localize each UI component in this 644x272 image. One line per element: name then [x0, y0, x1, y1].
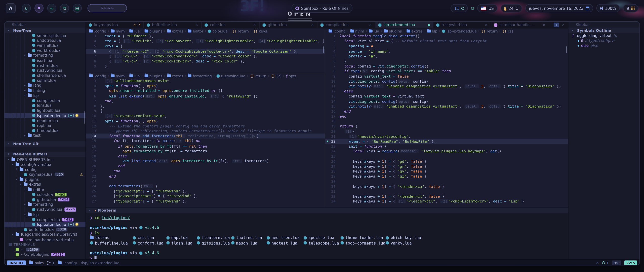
tree-row[interactable]: rustywind.lua [5, 68, 86, 73]
code-line[interactable]: 4 source = "if_many", [325, 49, 568, 54]
code-line[interactable]: 7 { [1]"<S-C>", [2]"<cmd>CccConvert<cr>"… [86, 54, 325, 59]
code-line[interactable]: 8 if type(v: config.virtual_text) == "ta… [325, 69, 568, 74]
code-line[interactable]: 6 } [325, 59, 568, 64]
scrollbar-handle[interactable] [566, 46, 567, 53]
tree-row[interactable]: ▾Juegos/Indies/SteamLibrary/st [5, 232, 86, 237]
tree-row[interactable]: timeout.lua [5, 128, 86, 133]
code-line[interactable]: 31 keys[#keys + 1] = { "<leader>ca", fal… [325, 184, 568, 189]
code-line[interactable]: 3 [1]"williamboman/mason.nvim", [86, 79, 325, 84]
close-icon[interactable]: × [253, 23, 256, 27]
tab-compiler.lua[interactable]: compiler.lua× [317, 22, 375, 28]
code-line[interactable]: 34 keys[#keys + 1] = { [1]"<leader>cil",… [325, 199, 568, 204]
code-line[interactable]: 14 local function add_formatters(tbl :ta… [86, 133, 325, 139]
code-line[interactable]: 26 ["javascriptreact"] = { "rustywind" }… [86, 194, 325, 199]
tab-rustywind.lua[interactable]: rustywind.lua× [433, 22, 491, 28]
close-icon[interactable]: × [542, 23, 546, 27]
close-icon[interactable]: × [311, 23, 314, 27]
volume-widget[interactable]: 100% [596, 4, 620, 12]
code-line[interactable]: 9{ [86, 109, 325, 114]
tree-row[interactable]: ▾extras [5, 182, 86, 187]
tab-keymaps.lua[interactable]: keymaps.lua⚠3 [86, 22, 144, 28]
code-line[interactable]: 19return { [325, 124, 568, 129]
code-line[interactable]: 7 end, [86, 98, 325, 104]
code-line[interactable]: 1local function toggle_diag_virtext() [325, 34, 568, 39]
code-line[interactable]: 25 [325, 154, 568, 159]
tree-row[interactable]: github.lua#654 [5, 197, 86, 202]
tree-row[interactable]: repl.lua [5, 123, 86, 128]
tree-row[interactable]: smart-splits.lua [5, 33, 86, 38]
tree-row[interactable]: ▾lsp [5, 212, 86, 217]
code-line[interactable]: 12 else [325, 89, 568, 94]
code-line[interactable]: 11 vim.notify(msg: "Disable diagnostics … [325, 84, 568, 89]
tree-row[interactable]: ▾lsp [5, 93, 86, 98]
tree-row[interactable]: lightbulb.lua [5, 108, 86, 113]
code-line[interactable]: 9 }, [86, 64, 325, 69]
code-line[interactable]: 14 vim.diagnostic.config(opts: config) [325, 99, 568, 104]
tree-row[interactable]: winshift.lua [5, 43, 86, 48]
code-line[interactable]: 5 prefix = "●", [325, 54, 568, 59]
code-line[interactable]: 15 for ft, formatters in pairs(t: tbl) d… [86, 139, 325, 144]
scrollbar-handle[interactable] [323, 46, 324, 53]
code-line[interactable]: 4 opts = function(_, opts) [86, 83, 325, 88]
editor-pane-rustywind[interactable]: .config›nvim›lua›plugins›extras›formatti… [86, 73, 325, 207]
code-line[interactable]: 8}, [86, 104, 325, 109]
code-line[interactable]: 3 spacing = 4, [325, 44, 568, 49]
code-line[interactable]: 5 keys = { [86, 44, 325, 49]
tray-icon[interactable] [471, 7, 474, 10]
code-line[interactable]: 26 keys[#keys + 1] = { "gd", false } [325, 159, 568, 164]
tree-row[interactable]: sqlfmt.lua [5, 78, 86, 83]
editor-pane-lsp-extended[interactable]: .config›nvim›lua›plugins›extras›lsp›lsp-… [325, 28, 568, 207]
code-line[interactable]: 29 keys[#keys + 1] = { "gI", false } [325, 174, 568, 179]
tree-row[interactable]: bufferline.lua#328 [5, 227, 86, 232]
code-line[interactable]: 18 else [86, 154, 325, 159]
code-line[interactable]: 5 opts.ensure_installed = opts.ensure_in… [86, 88, 325, 93]
keyboard-layout-widget[interactable]: US [477, 4, 498, 12]
code-line[interactable]: 32 [325, 189, 568, 194]
magnet-icon[interactable]: ∪ [22, 4, 31, 13]
neotree-git-header[interactable]: ▸ Neo-Tree Git [5, 141, 86, 147]
code-line[interactable]: 16 end [325, 109, 568, 114]
code-line[interactable]: 33 keys[#keys + 1] = { "<leader>cl", fal… [325, 194, 568, 199]
clock-widget[interactable]: jueves, noviembre 16, 2023 [525, 4, 593, 12]
tree-row[interactable]: compiler.lua [5, 98, 86, 103]
tree-row[interactable]: ~/.c/n/l/plugins#3980 [5, 252, 86, 257]
tree-row[interactable]: compiler.lua#682 [5, 217, 86, 222]
terminal[interactable]: ❯ cd lua/plugins/nvim/lua/plugins via v5… [86, 213, 568, 262]
code-line[interactable]: 16 if opts.formatters_by_ft[ft] == nil t… [86, 144, 325, 149]
tree-row[interactable]: isort.lua [5, 58, 86, 63]
tab-github.lua[interactable]: github.lua× [260, 22, 317, 28]
code-line[interactable]: 23 [86, 179, 325, 184]
outline-item[interactable]: ◆elseelse [569, 43, 640, 48]
tree-row[interactable]: ▾formatting [5, 202, 86, 207]
code-line[interactable]: 10 [1]"stevearc/conform.nvim", [86, 114, 325, 119]
code-line[interactable]: 24 add_formatters(tbl: { [86, 184, 325, 189]
tree-row[interactable]: lsp-extended.lu[+] [5, 222, 86, 227]
tree-row[interactable]: ▾.config/nvim/lua [5, 162, 86, 167]
code-line[interactable]: 20 [1]{ [325, 129, 568, 134]
workspaces-widget[interactable]: 9 [623, 4, 638, 12]
tree-row[interactable]: rustfmt.lua [5, 63, 86, 68]
code-line[interactable]: 27 ["typescript"] = { "rustywind" }, [86, 199, 325, 204]
editor-pane-color[interactable]: .config›nvim›lua›plugins›extras›editor›c… [86, 28, 325, 73]
code-line[interactable]: 30 [325, 179, 568, 184]
tab-scrollbar-handle-…[interactable]: scrollbar-handle-…× [491, 22, 549, 28]
tab-bufferline.lua[interactable]: bufferline.lua× [144, 22, 202, 28]
app-launcher-button[interactable]: A [6, 3, 16, 13]
code-line[interactable]: 17end [325, 114, 568, 119]
flag-icon[interactable]: ⚑ [34, 4, 44, 13]
close-icon[interactable]: × [485, 23, 488, 27]
tree-row[interactable]: lens.lua [5, 103, 86, 108]
tree-row[interactable]: ~#2859 [5, 247, 86, 252]
code-line[interactable]: 13 config.virtual_text = virtual_text [325, 94, 568, 99]
code-line[interactable]: 13 ---@param tbl table<string, conform.F… [86, 128, 325, 133]
tab-page-1[interactable]: 1 [554, 23, 559, 27]
tree-row[interactable]: keymaps.lua#10⚠ [5, 172, 86, 177]
tree-row[interactable]: ▸linting [5, 88, 86, 93]
neotree-section-header[interactable]: ▾ Neo-Tree [5, 27, 86, 33]
outline-item[interactable]: ƒtoggle_diag_virtextfu [569, 33, 640, 38]
code-line[interactable]: 20 end [86, 164, 325, 169]
tab-lsp-extended.lua[interactable]: lsp-extended.lua● [375, 22, 433, 28]
workspace-title-field[interactable]: ∿∿∿∿ [88, 4, 127, 12]
code-line[interactable]: 22 end [86, 174, 325, 179]
code-line[interactable]: 10 vim.diagnostic.config(opts: config) [325, 79, 568, 84]
